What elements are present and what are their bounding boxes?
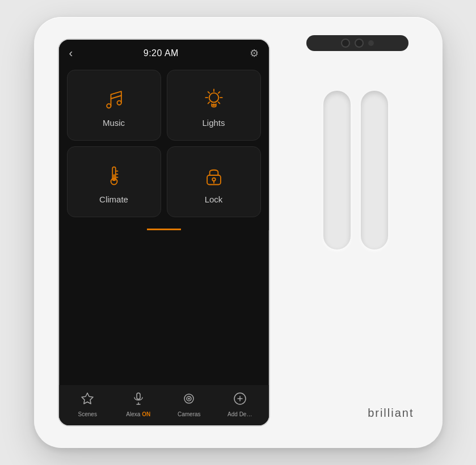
bottom-nav: Scenes Alexa ON: [59, 385, 269, 425]
lights-icon: [201, 86, 226, 111]
svg-point-0: [209, 93, 218, 103]
svg-point-25: [188, 398, 189, 399]
tile-lights-label: Lights: [202, 118, 225, 128]
brand-label: brilliant: [368, 407, 414, 420]
nav-add-device[interactable]: Add De…: [214, 392, 266, 417]
settings-icon[interactable]: ⚙: [250, 47, 259, 60]
camera-bar: [306, 35, 408, 51]
svg-line-5: [208, 92, 209, 94]
nav-alexa[interactable]: Alexa ON: [113, 392, 164, 417]
tile-climate[interactable]: Climate: [67, 146, 161, 217]
time-display: 9:20 AM: [144, 48, 179, 58]
slider-left[interactable]: [323, 91, 351, 250]
physical-sliders: [323, 91, 388, 250]
back-button[interactable]: ‹: [69, 46, 73, 60]
music-icon: [102, 86, 127, 111]
tile-lock-label: Lock: [205, 195, 223, 204]
slider-right[interactable]: [361, 91, 388, 250]
camera-lens-2: [355, 39, 364, 48]
camera-lens-1: [341, 39, 350, 48]
svg-rect-15: [113, 174, 115, 180]
tile-music[interactable]: Music: [67, 70, 161, 141]
climate-icon: [102, 163, 127, 188]
svg-line-7: [218, 92, 220, 94]
plus-circle-icon: [233, 392, 247, 409]
nav-cameras-label: Cameras: [178, 411, 201, 417]
svg-marker-19: [82, 393, 93, 404]
svg-line-6: [218, 102, 220, 104]
alexa-status: ON: [142, 411, 150, 417]
active-indicator: [147, 229, 181, 230]
svg-rect-20: [137, 393, 140, 399]
nav-scenes[interactable]: Scenes: [62, 392, 113, 417]
tile-climate-label: Climate: [99, 195, 128, 204]
camera-icon: [182, 392, 196, 409]
svg-line-8: [208, 102, 209, 104]
tile-lock[interactable]: Lock: [167, 146, 261, 217]
tile-music-label: Music: [103, 118, 125, 128]
nav-cameras[interactable]: Cameras: [164, 392, 215, 417]
lock-icon: [201, 163, 226, 188]
camera-dot: [368, 40, 374, 46]
device-housing: ‹ 9:20 AM ⚙ Music: [34, 17, 443, 448]
device-screen: ‹ 9:20 AM ⚙ Music: [59, 40, 269, 425]
mic-icon: [132, 392, 145, 409]
nav-add-device-label: Add De…: [228, 411, 252, 417]
nav-alexa-label: Alexa ON: [126, 411, 150, 417]
nav-scenes-label: Scenes: [78, 411, 97, 417]
status-bar: ‹ 9:20 AM ⚙: [59, 40, 269, 64]
device-right-panel: brilliant: [269, 17, 443, 448]
tiles-grid: Music: [59, 64, 269, 223]
star-icon: [81, 392, 94, 409]
tile-lights[interactable]: Lights: [167, 70, 261, 141]
